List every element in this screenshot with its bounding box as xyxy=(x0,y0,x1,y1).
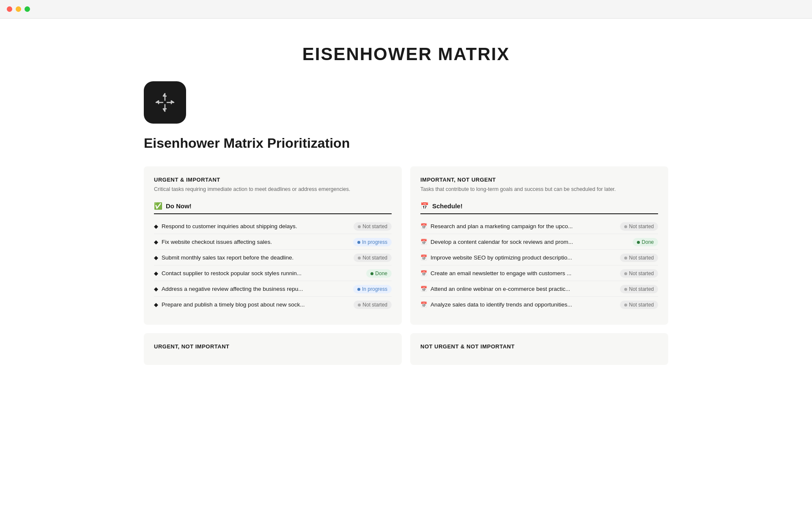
task-left: ◆ Address a negative review affecting th… xyxy=(154,286,353,292)
quadrant-urgent-important: URGENT & IMPORTANT Critical tasks requir… xyxy=(144,166,402,325)
task-text: Respond to customer inquiries about ship… xyxy=(162,223,297,229)
task-left: 📅 Attend an online webinar on e-commerce… xyxy=(420,286,620,292)
table-row[interactable]: ◆ Prepare and publish a timely blog post… xyxy=(154,298,392,312)
section-header-2: 📅 Schedule! xyxy=(420,202,658,214)
status-badge: Not started xyxy=(620,254,658,262)
quadrant-label-1: URGENT & IMPORTANT xyxy=(154,177,392,183)
minimize-button[interactable] xyxy=(16,6,21,12)
task-icon: 📅 xyxy=(420,223,427,229)
doc-title: Eisenhower Matrix Prioritization xyxy=(144,135,668,151)
task-text: Attend an online webinar on e-commerce b… xyxy=(431,286,570,292)
section-label-2: Schedule! xyxy=(432,202,463,210)
move-icon xyxy=(154,91,176,114)
task-text: Submit monthly sales tax report before t… xyxy=(162,254,294,261)
table-row[interactable]: 📅 Improve website SEO by optimizing prod… xyxy=(420,251,658,265)
task-text: Develop a content calendar for sock revi… xyxy=(431,239,573,245)
status-dot xyxy=(358,304,361,306)
status-badge: Not started xyxy=(354,301,392,309)
table-row[interactable]: 📅 Analyze sales data to identify trends … xyxy=(420,298,658,312)
table-row[interactable]: ◆ Submit monthly sales tax report before… xyxy=(154,251,392,265)
task-left: 📅 Research and plan a marketing campaign… xyxy=(420,223,620,229)
status-dot xyxy=(624,288,627,291)
quadrant-urgent-not-important: URGENT, NOT IMPORTANT xyxy=(144,333,402,365)
status-badge: Not started xyxy=(620,269,658,278)
task-list-1: ◆ Respond to customer inquiries about sh… xyxy=(154,219,392,312)
status-dot xyxy=(624,225,627,228)
status-dot xyxy=(624,272,627,275)
task-list-2: 📅 Research and plan a marketing campaign… xyxy=(420,219,658,312)
task-text: Research and plan a marketing campaign f… xyxy=(431,223,573,229)
task-left: 📅 Improve website SEO by optimizing prod… xyxy=(420,254,620,261)
titlebar xyxy=(0,0,812,19)
table-row[interactable]: 📅 Attend an online webinar on e-commerce… xyxy=(420,282,658,297)
task-icon: 📅 xyxy=(420,286,427,292)
status-badge: In progress xyxy=(353,285,392,293)
task-left: ◆ Contact supplier to restock popular so… xyxy=(154,270,366,276)
page-title: EISENHOWER MATRIX xyxy=(144,44,668,64)
task-icon: ◆ xyxy=(154,301,158,308)
status-dot xyxy=(357,241,360,244)
status-badge: Not started xyxy=(620,301,658,309)
status-badge: Not started xyxy=(620,222,658,231)
task-text: Analyze sales data to identify trends an… xyxy=(431,301,572,308)
task-text: Contact supplier to restock popular sock… xyxy=(162,270,302,276)
quadrant-desc-1: Critical tasks requiring immediate actio… xyxy=(154,185,392,193)
task-icon: 📅 xyxy=(420,239,427,245)
task-icon: ◆ xyxy=(154,223,158,229)
quadrant-label-3: URGENT, NOT IMPORTANT xyxy=(154,343,392,350)
maximize-button[interactable] xyxy=(25,6,30,12)
task-icon: ◆ xyxy=(154,286,158,292)
task-icon: 📅 xyxy=(420,301,427,308)
status-dot xyxy=(637,241,640,244)
task-left: ◆ Respond to customer inquiries about sh… xyxy=(154,223,354,229)
app-icon xyxy=(144,81,186,124)
task-icon: ◆ xyxy=(154,270,158,276)
task-left: ◆ Submit monthly sales tax report before… xyxy=(154,254,354,261)
task-icon: ◆ xyxy=(154,239,158,245)
quadrant-label-4: NOT URGENT & NOT IMPORTANT xyxy=(420,343,658,350)
status-badge: In progress xyxy=(353,238,392,246)
status-dot xyxy=(358,257,361,260)
task-text: Fix website checkout issues affecting sa… xyxy=(162,239,272,245)
task-left: 📅 Develop a content calendar for sock re… xyxy=(420,239,633,245)
task-icon: 📅 xyxy=(420,270,427,276)
status-badge: Not started xyxy=(354,254,392,262)
task-icon: ◆ xyxy=(154,254,158,261)
status-badge: Done xyxy=(366,269,392,278)
schedule-icon: 📅 xyxy=(420,202,429,210)
section-header-1: ✅ Do Now! xyxy=(154,202,392,214)
task-icon: 📅 xyxy=(420,254,427,261)
status-badge: Not started xyxy=(620,285,658,293)
task-text: Create an email newsletter to engage wit… xyxy=(431,270,571,276)
table-row[interactable]: ◆ Fix website checkout issues affecting … xyxy=(154,235,392,250)
status-dot xyxy=(624,304,627,306)
task-text: Prepare and publish a timely blog post a… xyxy=(162,301,304,308)
quadrant-label-2: IMPORTANT, NOT URGENT xyxy=(420,177,658,183)
task-text: Improve website SEO by optimizing produc… xyxy=(431,254,572,261)
status-dot xyxy=(370,272,373,275)
task-left: ◆ Fix website checkout issues affecting … xyxy=(154,239,353,245)
table-row[interactable]: ◆ Respond to customer inquiries about sh… xyxy=(154,219,392,234)
status-dot xyxy=(358,225,361,228)
matrix-grid: URGENT & IMPORTANT Critical tasks requir… xyxy=(144,166,668,365)
status-dot xyxy=(624,257,627,260)
status-badge: Done xyxy=(633,238,658,246)
section-label-1: Do Now! xyxy=(166,202,192,210)
table-row[interactable]: 📅 Create an email newsletter to engage w… xyxy=(420,266,658,281)
status-dot xyxy=(357,288,360,291)
task-left: ◆ Prepare and publish a timely blog post… xyxy=(154,301,354,308)
table-row[interactable]: 📅 Research and plan a marketing campaign… xyxy=(420,219,658,234)
task-text: Address a negative review affecting the … xyxy=(162,286,303,292)
close-button[interactable] xyxy=(7,6,12,12)
table-row[interactable]: ◆ Address a negative review affecting th… xyxy=(154,282,392,297)
page-content: EISENHOWER MATRIX Eisenhower Matrix Prio… xyxy=(110,19,702,399)
status-badge: Not started xyxy=(354,222,392,231)
table-row[interactable]: ◆ Contact supplier to restock popular so… xyxy=(154,266,392,281)
quadrant-important-not-urgent: IMPORTANT, NOT URGENT Tasks that contrib… xyxy=(410,166,668,325)
table-row[interactable]: 📅 Develop a content calendar for sock re… xyxy=(420,235,658,250)
task-left: 📅 Analyze sales data to identify trends … xyxy=(420,301,620,308)
quadrant-not-urgent-not-important: NOT URGENT & NOT IMPORTANT xyxy=(410,333,668,365)
do-now-icon: ✅ xyxy=(154,202,162,210)
quadrant-desc-2: Tasks that contribute to long-term goals… xyxy=(420,185,658,193)
task-left: 📅 Create an email newsletter to engage w… xyxy=(420,270,620,276)
